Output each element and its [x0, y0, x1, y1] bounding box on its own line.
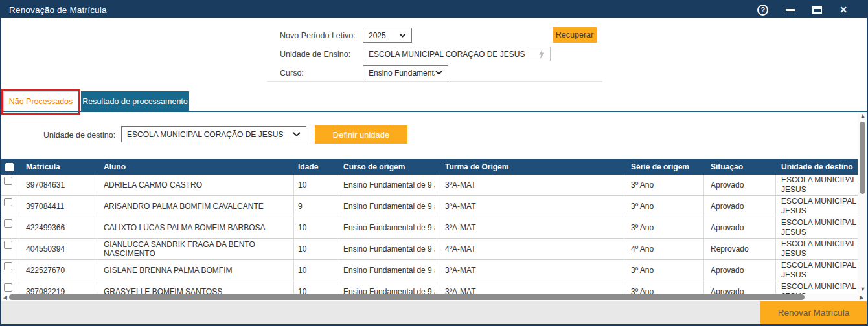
header-idade: Idade: [294, 159, 337, 175]
period-label: Novo Período Letivo:: [280, 31, 356, 40]
header-checkbox-cell: [1, 159, 19, 175]
cell-situacao: Aprovado: [704, 175, 776, 196]
horizontal-scrollbar[interactable]: ◀ ▶: [1, 294, 867, 301]
course-select-value: Ensino Fundamental de 9 anos: [369, 69, 435, 78]
cell-aluno: GIANLUCCA SANDRIK FRAGA DA BENTO NASCIME…: [97, 239, 294, 260]
window-controls: ? ✕: [757, 5, 859, 16]
destination-select-value: ESCOLA MUNICIPAL CORAÇÃO DE JESUS: [127, 130, 283, 139]
cell-unidade-destino: ESCOLA MUNICIPAL CORAÇÃO DE JESUS: [776, 260, 867, 281]
table-row: 397084631 ADRIELA CARMO CASTRO 10 Ensino…: [1, 175, 867, 196]
horizontal-scrollbar-thumb[interactable]: [9, 294, 805, 300]
vertical-scrollbar-thumb[interactable]: [860, 122, 865, 194]
period-select-value: 2025: [369, 31, 386, 40]
cell-curso-origem: Ensino Fundamental de 9 anos: [337, 260, 437, 281]
cell-aluno: GISLANE BRENNA PALMA BOMFIM: [97, 260, 294, 281]
cell-matricula: 422527670: [19, 260, 97, 281]
chevron-down-icon: [435, 71, 442, 75]
cell-turma-origem: 3ºA-MAT: [437, 175, 624, 196]
cell-curso-origem: Ensino Fundamental de 9 anos: [337, 175, 437, 196]
header-unidade-destino: Unidade de destino: [776, 159, 867, 175]
header-turma-origem: Turma de Origem: [437, 159, 624, 175]
recover-button[interactable]: Recuperar: [553, 27, 597, 43]
cell-turma-origem: 3ºA-MAT: [437, 196, 624, 217]
table-row: 397084411 ARISANDRO PALMA BOMFIM CAVALCA…: [1, 196, 867, 217]
row-checkbox[interactable]: [4, 241, 12, 249]
row-checkbox[interactable]: [4, 177, 12, 185]
maximize-icon-bar: [813, 6, 821, 9]
row-checkbox[interactable]: [4, 262, 12, 270]
scroll-down-icon[interactable]: ▼: [858, 286, 867, 292]
cell-matricula: 404550394: [19, 239, 97, 260]
row-checkbox-cell: [1, 196, 19, 217]
table-row: 397082219 GRASYELLE BOMFIM SANTOSS 10 En…: [1, 281, 867, 294]
lightning-icon: [538, 49, 545, 59]
chevron-down-icon: [293, 132, 301, 136]
cell-turma-origem: 4ºA-MAT: [437, 239, 624, 260]
minimize-icon[interactable]: [786, 9, 795, 11]
cell-situacao: Aprovado: [704, 260, 776, 281]
row-checkbox[interactable]: [4, 198, 12, 206]
cell-serie-origem: 3º Ano: [624, 217, 704, 239]
cell-idade: 10: [294, 281, 337, 294]
cell-serie-origem: 3º Ano: [624, 175, 704, 196]
row-checkbox[interactable]: [4, 219, 12, 228]
row-checkbox-cell: [1, 281, 19, 294]
renewal-window: Renovação de Matrícula ? ✕ Novo Período …: [0, 0, 868, 326]
table-body: 397084631 ADRIELA CARMO CASTRO 10 Ensino…: [1, 175, 867, 294]
chevron-down-icon: [399, 33, 406, 38]
tab-strip-border: [1, 111, 867, 112]
cell-idade: 10: [294, 260, 337, 281]
row-checkbox[interactable]: [4, 283, 12, 292]
cell-idade: 10: [294, 175, 337, 196]
header-curso-origem: Curso de origem: [337, 159, 437, 175]
cell-situacao: Reprovado: [704, 239, 776, 260]
unit-label: Unidade de Ensino:: [280, 50, 350, 59]
cell-curso-origem: Ensino Fundamental de 9 anos: [337, 217, 437, 239]
cell-situacao: Aprovado: [704, 217, 776, 239]
course-select[interactable]: Ensino Fundamental de 9 anos: [363, 65, 448, 80]
period-select[interactable]: 2025: [363, 28, 412, 43]
header-aluno: Aluno: [97, 159, 294, 175]
cell-matricula: 397082219: [19, 281, 97, 294]
header-situacao: Situação: [704, 159, 776, 175]
window-title: Renovação de Matrícula: [9, 5, 107, 15]
cell-curso-origem: Ensino Fundamental de 9 anos: [337, 239, 437, 260]
cell-aluno: CALIXTO LUCAS PALMA BOMFIM BARBOSA: [97, 217, 294, 239]
table-row: 422499366 CALIXTO LUCAS PALMA BOMFIM BAR…: [1, 217, 867, 239]
close-icon[interactable]: ✕: [839, 5, 847, 14]
scroll-left-icon[interactable]: ◀: [3, 294, 7, 301]
footer-bar: Renovar Matrícula: [1, 301, 867, 324]
cell-aluno: ADRIELA CARMO CASTRO: [97, 175, 294, 196]
row-checkbox-cell: [1, 260, 19, 281]
header-matricula: Matrícula: [19, 159, 97, 175]
cell-unidade-destino: ESCOLA MUNICIPAL CORAÇÃO DE JESUS: [776, 217, 867, 239]
define-unit-button[interactable]: Definir unidade: [315, 125, 407, 144]
select-all-checkbox[interactable]: [5, 163, 14, 171]
destination-select[interactable]: ESCOLA MUNICIPAL CORAÇÃO DE JESUS: [121, 126, 306, 142]
renew-enrollment-button[interactable]: Renovar Matrícula: [760, 301, 867, 324]
cell-curso-origem: Ensino Fundamental de 9 anos: [337, 196, 437, 217]
vertical-scrollbar[interactable]: ▲ ▼: [858, 112, 867, 294]
cell-situacao: Aprovado: [704, 196, 776, 217]
cell-turma-origem: 3ºA-MAT: [437, 281, 624, 294]
help-icon[interactable]: ?: [757, 5, 768, 16]
unit-input[interactable]: ESCOLA MUNICIPAL CORAÇÃO DE JESUS: [363, 47, 551, 61]
cell-idade: 10: [294, 217, 337, 239]
cell-serie-origem: 3º Ano: [624, 281, 704, 294]
destination-label: Unidade de destino:: [43, 131, 115, 140]
tab-resultado-processamento[interactable]: Resultado de processamento: [81, 91, 189, 111]
cell-unidade-destino: ESCOLA MUNICIPAL CORAÇÃO DE JESUS: [776, 175, 867, 196]
scroll-right-icon[interactable]: ▶: [860, 294, 864, 301]
scroll-up-icon[interactable]: ▲: [858, 113, 867, 119]
table-row: 404550394 GIANLUCCA SANDRIK FRAGA DA BEN…: [1, 239, 867, 260]
students-table: Matrícula Aluno Idade Curso de origem Tu…: [1, 159, 867, 294]
table-header-row: Matrícula Aluno Idade Curso de origem Tu…: [1, 159, 867, 175]
row-checkbox-cell: [1, 217, 19, 239]
cell-idade: 10: [294, 239, 337, 260]
maximize-icon[interactable]: [812, 6, 822, 14]
cell-turma-origem: 3ºA-MAT: [437, 260, 624, 281]
row-checkbox-cell: [1, 175, 19, 196]
cell-unidade-destino: ESCOLA MUNICIPAL CORAÇÃO DE JESUS: [776, 196, 867, 217]
tab-nao-processados[interactable]: Não Processados: [3, 91, 78, 111]
cell-aluno: GRASYELLE BOMFIM SANTOSS: [97, 281, 294, 294]
